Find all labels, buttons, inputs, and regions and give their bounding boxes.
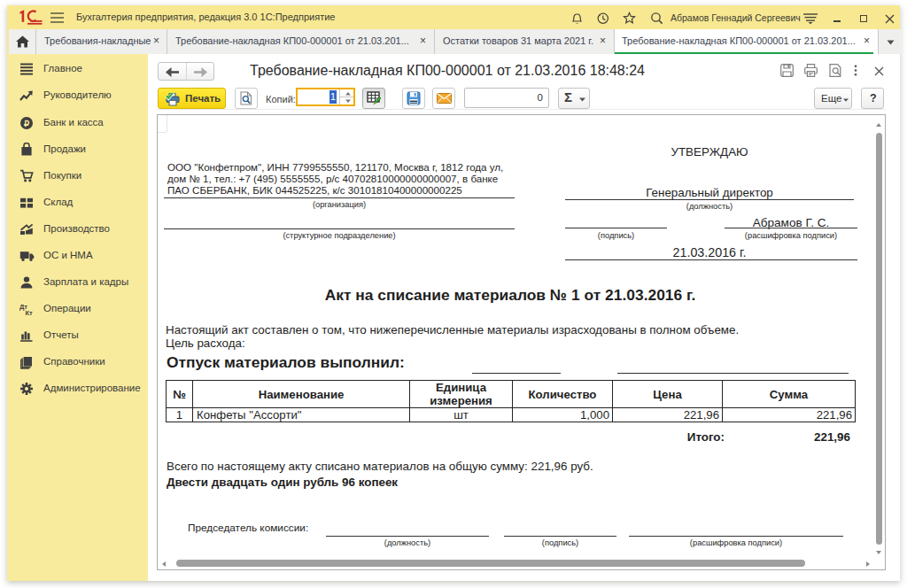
svg-text:₽: ₽	[24, 119, 29, 128]
svg-text:Кт: Кт	[26, 309, 34, 316]
